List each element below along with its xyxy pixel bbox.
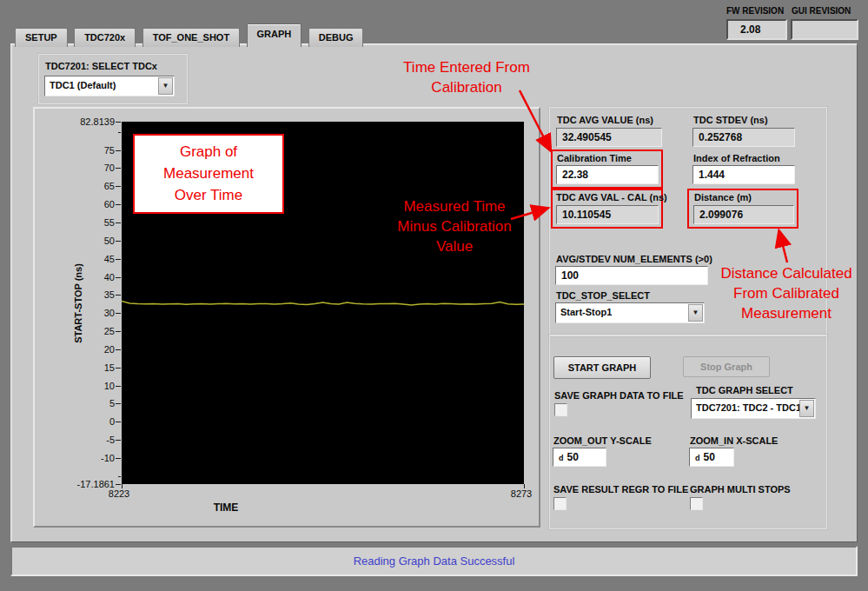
y-tick-mark xyxy=(116,168,121,169)
x-tick-label: 8223 xyxy=(109,488,129,499)
stop-select-arrow-icon[interactable]: ▼ xyxy=(688,304,703,322)
status-bar: Reading Graph Data Successful xyxy=(10,546,858,576)
refraction-input[interactable]: 1.444 xyxy=(692,165,795,184)
y-tick-mark xyxy=(116,295,121,296)
graph-select-value: TDC7201: TDC2 - TDC1 xyxy=(692,399,799,416)
y-tick-label: 20 xyxy=(24,344,115,355)
tdc-stdev-value: 0.252768 xyxy=(692,128,795,147)
multi-stops-checkbox[interactable] xyxy=(690,497,703,510)
fw-revision-label: FW REVISION xyxy=(726,6,784,16)
graph-annotation: Graph of Measurement Over Time xyxy=(133,134,284,214)
y-tick-label: 60 xyxy=(24,199,115,209)
save-graph-checkbox[interactable] xyxy=(554,403,567,416)
graph-select-label: TDC GRAPH SELECT xyxy=(696,385,793,395)
zoom-out-input[interactable]: d50 xyxy=(553,448,606,467)
y-tick-mark xyxy=(116,313,121,314)
y-tick-label: 75 xyxy=(24,145,115,156)
y-tick-label: -17.1861 xyxy=(24,479,115,489)
distance-label: Distance (m) xyxy=(694,192,752,203)
tdc-select-dropdown[interactable]: TDC1 (Default) ▼ xyxy=(44,76,175,96)
y-tick-label: 65 xyxy=(24,181,115,191)
y-tick-mark xyxy=(116,386,121,387)
y-tick-label: 50 xyxy=(24,236,115,246)
tdc-avg-label: TDC AVG VALUE (ns) xyxy=(557,115,653,125)
y-tick-mark xyxy=(116,241,121,242)
y-tick-mark xyxy=(116,122,121,123)
y-tick-mark xyxy=(116,484,121,485)
avg-minus-cal-label: TDC AVG VAL - CAL (ns) xyxy=(556,192,667,203)
y-tick-label: -10 xyxy=(24,453,115,463)
y-tick-mark xyxy=(118,476,121,477)
tab-tdc720x[interactable]: TDC720x xyxy=(74,28,136,47)
y-tick-label: 10 xyxy=(24,381,115,391)
y-tick-mark xyxy=(116,403,121,404)
num-elements-label: AVG/STDEV NUM_ELEMENTS (>0) xyxy=(556,254,712,264)
tab-setup[interactable]: SETUP xyxy=(15,28,68,47)
tab-tof-one-shot[interactable]: TOF_ONE_SHOT xyxy=(142,28,240,47)
y-tick-label: 15 xyxy=(24,362,115,373)
y-tick-label: 55 xyxy=(24,217,115,228)
y-tick-mark xyxy=(116,440,121,441)
stop-select-dropdown[interactable]: Start-Stop1 ▼ xyxy=(555,302,705,323)
tdc-stdev-label: TDC STDEV (ns) xyxy=(693,115,768,125)
y-tick-label: 45 xyxy=(24,254,115,264)
tdc-avg-value: 32.490545 xyxy=(556,128,662,147)
y-tick-label: 5 xyxy=(24,398,115,408)
tab-graph[interactable]: GRAPH xyxy=(247,23,302,47)
y-tick-label: 25 xyxy=(24,326,115,336)
y-tick-label: 40 xyxy=(24,272,115,282)
y-tick-label: 82.8139 xyxy=(24,116,115,127)
y-tick-mark xyxy=(116,368,121,369)
gui-revision-label: GUI REVISION xyxy=(792,6,851,16)
num-elements-input[interactable]: 100 xyxy=(555,266,708,285)
y-tick-mark xyxy=(116,259,121,260)
zoom-out-value: 50 xyxy=(567,451,579,463)
graph-select-dropdown[interactable]: TDC7201: TDC2 - TDC1 ▼ xyxy=(691,398,816,419)
stop-graph-button[interactable]: Stop Graph xyxy=(683,356,770,377)
y-tick-mark xyxy=(116,422,121,422)
tdc-select-arrow-icon[interactable]: ▼ xyxy=(158,77,173,95)
y-tick-mark xyxy=(116,222,121,223)
y-tick-mark xyxy=(116,458,121,459)
y-tick-label: -5 xyxy=(24,435,115,445)
zoom-in-label: ZOOM_IN X-SCALE xyxy=(690,435,778,446)
stop-select-label: TDC_STOP_SELECT xyxy=(556,290,650,301)
avg-minus-cal-value: 10.110545 xyxy=(556,205,659,224)
distance-annotation: Distance Calculated From Calibrated Meas… xyxy=(720,263,851,323)
calibration-time-label: Calibration Time xyxy=(557,153,632,163)
zoom-out-radix: d xyxy=(559,454,564,462)
fw-revision-value: 2.08 xyxy=(726,19,787,40)
tab-debug[interactable]: DEBUG xyxy=(308,28,364,47)
zoom-out-label: ZOOM_OUT Y-SCALE xyxy=(553,435,652,446)
save-result-checkbox[interactable] xyxy=(553,497,567,510)
calibration-annotation: Time Entered From Calibration xyxy=(403,57,530,97)
save-result-label: SAVE RESULT REGR TO FILE xyxy=(553,484,688,495)
tdc-select-value: TDC1 (Default) xyxy=(45,76,158,94)
zoom-in-value: 50 xyxy=(704,451,715,463)
graph-select-arrow-icon[interactable]: ▼ xyxy=(799,400,814,417)
y-tick-label: 70 xyxy=(24,163,115,173)
y-tick-label: 30 xyxy=(24,308,115,318)
multi-stops-label: GRAPH MULTI STOPS xyxy=(690,484,791,495)
x-axis-title: TIME xyxy=(214,501,239,514)
stop-select-value: Start-Stop1 xyxy=(556,303,688,321)
distance-value: 2.099076 xyxy=(693,205,794,224)
y-tick-mark xyxy=(116,186,121,187)
y-tick-label: 35 xyxy=(24,289,115,300)
start-graph-button[interactable]: START GRAPH xyxy=(553,356,651,379)
tab-strip: SETUP TDC720x TOF_ONE_SHOT GRAPH DEBUG xyxy=(15,23,366,46)
calibration-time-input[interactable]: 22.38 xyxy=(556,165,659,184)
y-tick-mark xyxy=(116,277,121,278)
y-tick-label: 0 xyxy=(24,416,115,427)
y-tick-mark xyxy=(116,349,121,350)
application-window: SETUP TDC720x TOF_ONE_SHOT GRAPH DEBUG F… xyxy=(0,0,868,591)
x-tick-label: 8273 xyxy=(511,488,532,499)
zoom-in-input[interactable]: d50 xyxy=(689,448,734,467)
y-tick-mark xyxy=(118,132,121,133)
y-tick-mark xyxy=(116,331,121,332)
y-tick-mark xyxy=(116,204,121,205)
zoom-in-radix: d xyxy=(695,454,700,462)
refraction-label: Index of Refraction xyxy=(693,153,780,163)
measured-annotation: Measured Time Minus Calibration Value xyxy=(397,196,511,256)
gui-revision-value xyxy=(791,19,858,40)
